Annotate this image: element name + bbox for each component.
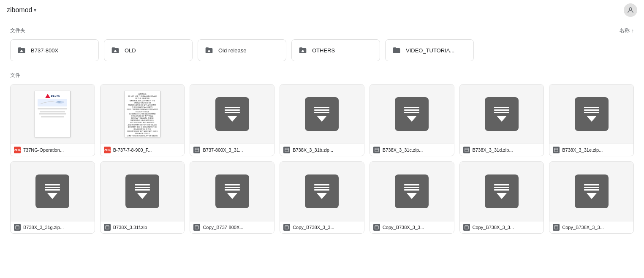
file-preview-zip <box>370 162 454 221</box>
folder-video-tutorial-label: VIDEO_TUTORIA... <box>406 47 454 54</box>
folder-video-tutorial[interactable]: VIDEO_TUTORIA... <box>385 39 474 61</box>
folder-b737-800x-label: B737-800X <box>31 47 58 54</box>
file-preview-zip <box>280 84 364 144</box>
file-name: B738X_3_31e.zip... <box>562 147 603 153</box>
file-copy-b737-800x[interactable]: Copy_B737-800X... <box>190 161 274 234</box>
account-icon <box>627 6 634 14</box>
file-footer: B738X_3_31g.zip... <box>11 221 95 233</box>
file-preview-zip <box>101 162 185 221</box>
zip-type-icon <box>193 147 200 153</box>
file-name: B738X_3_31b.zip... <box>293 147 333 153</box>
file-preview-zip <box>549 162 633 221</box>
pdf-type-icon: PDF <box>14 147 21 153</box>
file-footer: B737-800X_3_31... <box>190 144 274 156</box>
file-b737-fcom[interactable]: WARNINGDO NOT USE THIS MANUAL OR ANY OF … <box>100 84 185 156</box>
folder-shared-icon <box>298 45 308 55</box>
svg-rect-18 <box>106 226 109 229</box>
file-b738x-331g[interactable]: B738X_3_31g.zip... <box>10 161 95 234</box>
header: zibomod ▾ <box>0 0 644 20</box>
zip-type-icon <box>193 224 200 231</box>
file-preview-zip <box>460 84 544 144</box>
file-737ng-operations[interactable]: DELTA PDF 737 <box>10 84 95 156</box>
folder-old-release-label: Old release <box>218 47 246 54</box>
file-b738x-331b[interactable]: B738X_3_31b.zip... <box>280 84 364 156</box>
main-content: 文件夹 名称 ↑ B737-800X <box>0 20 644 240</box>
svg-rect-14 <box>554 148 558 152</box>
file-preview-boeing: WARNINGDO NOT USE THIS MANUAL OR ANY OF … <box>101 84 185 144</box>
file-name: B-737-7-8-900_F... <box>113 147 152 153</box>
zip-type-icon <box>553 147 560 153</box>
folders-section-header: 文件夹 名称 ↑ <box>10 27 634 34</box>
folder-shared-icon <box>16 45 27 55</box>
app-title: zibomod <box>7 6 32 14</box>
file-b737-800x-331[interactable]: B737-800X_3_31_full.zip B737-800X_3_31..… <box>190 84 274 156</box>
file-name: B737-800X_3_31... <box>203 147 243 153</box>
file-preview-zip <box>280 162 364 221</box>
file-name: Copy_B737-800X... <box>203 225 243 230</box>
file-name: B738X_3_31g.zip... <box>23 225 64 230</box>
file-b738x-331e[interactable]: B738X_3_31e.zip... <box>549 84 634 156</box>
zip-type-icon <box>283 147 290 153</box>
file-copy-b738x-3d[interactable]: Copy_B738X_3_3... <box>549 161 634 234</box>
file-preview-zip <box>11 162 95 221</box>
file-footer: PDF 737NG-Operation... <box>11 144 95 156</box>
zip-type-icon <box>463 224 470 231</box>
zip-type-icon <box>553 224 560 231</box>
app-logo[interactable]: zibomod ▾ <box>7 6 36 14</box>
file-name: 737NG-Operation... <box>23 147 64 153</box>
account-avatar[interactable] <box>624 3 637 17</box>
file-preview-zip <box>190 162 274 221</box>
zip-type-icon <box>14 224 21 231</box>
file-preview-zip <box>370 84 454 144</box>
sort-arrow-icon: ↑ <box>631 28 634 34</box>
file-name: Copy_B738X_3_3... <box>562 225 603 230</box>
file-name: B738X_3.31f.zip <box>113 225 147 230</box>
sort-control[interactable]: 名称 ↑ <box>620 27 634 34</box>
file-b738x-331f[interactable]: B738X_3.31f.zip <box>100 161 185 234</box>
file-footer: Copy_B737-800X... <box>190 221 274 233</box>
file-footer: B738X_3_31d.zip... <box>460 144 544 156</box>
zip-type-icon <box>373 224 380 231</box>
files-label: 文件 <box>10 72 20 78</box>
folder-shared-icon <box>204 45 214 55</box>
folder-old-release[interactable]: Old release <box>198 39 286 61</box>
files-grid: DELTA PDF 737 <box>10 84 634 234</box>
svg-point-0 <box>629 8 632 10</box>
folders-label: 文件夹 <box>10 27 25 34</box>
file-name: Copy_B738X_3_3... <box>473 225 514 230</box>
file-footer: PDF B-737-7-8-900_F... <box>101 144 185 156</box>
svg-rect-22 <box>285 226 288 229</box>
file-preview-zip <box>460 162 544 221</box>
svg-rect-8 <box>285 148 288 152</box>
folder-grid: B737-800X OLD Old release <box>10 39 634 61</box>
folder-others[interactable]: OTHERS <box>291 39 380 61</box>
file-copy-b738x-3b[interactable]: Copy_B738X_3_3... <box>370 161 454 234</box>
chevron-down-icon: ▾ <box>34 7 36 13</box>
svg-rect-26 <box>465 226 468 229</box>
svg-rect-24 <box>375 226 378 229</box>
zip-type-icon <box>283 224 290 231</box>
file-footer: Copy_B738X_3_3... <box>460 221 544 233</box>
file-preview-delta: DELTA <box>11 84 95 144</box>
file-footer: B738X_3.31f.zip <box>101 221 185 233</box>
svg-rect-20 <box>195 226 198 229</box>
file-footer: B738X_3_31c.zip... <box>370 144 454 156</box>
file-footer: Copy_B738X_3_3... <box>280 221 364 233</box>
folder-others-label: OTHERS <box>312 47 335 54</box>
folder-old[interactable]: OLD <box>104 39 193 61</box>
svg-rect-6 <box>195 148 198 152</box>
svg-rect-10 <box>375 148 378 152</box>
folder-b737-800x[interactable]: B737-800X <box>10 39 99 61</box>
file-copy-b738x-3c[interactable]: Copy_B738X_3_3... <box>459 161 544 234</box>
file-footer: B738X_3_31b.zip... <box>280 144 364 156</box>
file-copy-b738x-3a[interactable]: Copy_B738X_3_3... <box>280 161 364 234</box>
file-b738x-331c[interactable]: B738X_3_31c.zip... <box>370 84 454 156</box>
svg-rect-16 <box>16 226 19 229</box>
file-footer: B738X_3_31e.zip... <box>549 144 633 156</box>
file-b738x-331d[interactable]: B738X_3_31d.zip... <box>459 84 544 156</box>
file-name: Copy_B738X_3_3... <box>383 225 424 230</box>
zip-type-icon <box>463 147 470 153</box>
folder-shared-icon <box>110 45 120 55</box>
svg-rect-12 <box>465 148 468 152</box>
files-section-header: 文件 <box>10 71 634 79</box>
